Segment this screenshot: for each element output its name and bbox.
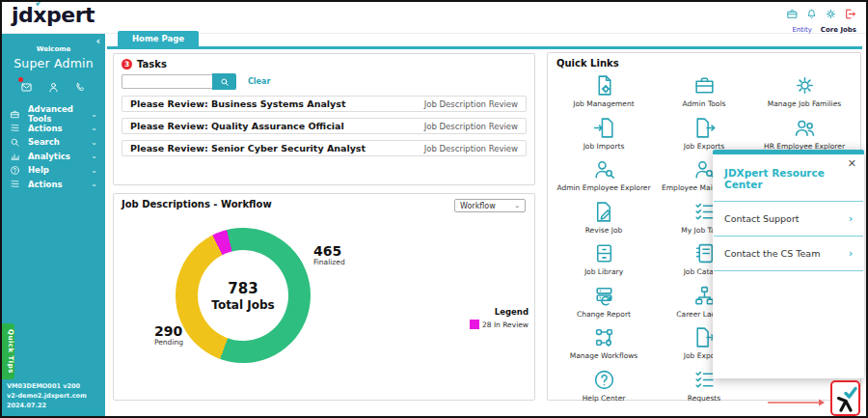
server-refresh-icon xyxy=(592,284,616,308)
chevron-down-icon: ⌄ xyxy=(514,202,520,209)
list-icon xyxy=(10,123,20,133)
help-circle-icon xyxy=(592,368,616,392)
messages-envelope-icon[interactable] xyxy=(20,79,33,92)
jdxpert-mascot-icon xyxy=(834,385,857,412)
quicklink-job-management[interactable]: Job Management xyxy=(554,71,654,114)
unread-dot xyxy=(18,77,23,82)
tasks-count-badge: 3 xyxy=(122,59,132,70)
help-circle-icon xyxy=(10,165,20,176)
entity-briefcase-icon[interactable] xyxy=(786,6,799,24)
task-title: Please Review: Senior Cyber Security Ana… xyxy=(130,143,366,153)
quicklink-admin-tools[interactable]: Admin Tools xyxy=(654,71,754,114)
sidebar-item-help[interactable]: Help⌄ xyxy=(2,163,105,178)
tab-home-page[interactable]: Home Page xyxy=(118,31,199,46)
entity-link[interactable]: Entity xyxy=(792,26,811,34)
quick-links-title: Quick Links xyxy=(554,58,854,69)
sidebar-collapse-chevron-icon[interactable]: ‹ xyxy=(95,35,100,47)
resource-center-title: JDXpert Resource Center xyxy=(713,154,864,201)
menu-label: Search xyxy=(28,137,83,147)
quicklink-admin-employee-explorer[interactable]: Admin Employee Explorer xyxy=(554,155,654,198)
chevron-down-icon: ⌄ xyxy=(91,110,97,119)
tasks-panel: 3 Tasks Clear Please Review: Business Sy… xyxy=(113,53,535,185)
briefcase-icon xyxy=(10,109,20,120)
logout-icon[interactable] xyxy=(844,6,856,24)
chevron-down-icon: ⌄ xyxy=(91,180,97,188)
search-icon xyxy=(220,77,230,87)
tasks-clear-link[interactable]: Clear xyxy=(248,77,270,86)
quicklink-help-center[interactable]: Help Center xyxy=(554,366,654,408)
chevron-down-icon: ⌄ xyxy=(91,138,97,147)
pending-callout: 290 Pending xyxy=(154,324,183,347)
tasks-title: Tasks xyxy=(137,59,167,70)
chevron-down-icon: ⌄ xyxy=(91,152,97,160)
menu-label: Actions xyxy=(28,180,83,189)
person-search-icon xyxy=(592,157,616,181)
contact-cs-team-item[interactable]: Contact the CS Team › xyxy=(713,237,864,270)
core-jobs-link[interactable]: Core Jobs xyxy=(821,26,856,34)
list-icon xyxy=(10,179,20,189)
workflow-dropdown[interactable]: Workflow ⌄ xyxy=(454,199,526,212)
job-descriptions-workflow-panel: Job Descriptions - Workflow Workflow ⌄ 7… xyxy=(113,193,535,401)
contact-cs-team-label: Contact the CS Team xyxy=(724,248,820,259)
resource-center-panel: ✕ JDXpert Resource Center Contact Suppor… xyxy=(713,150,864,378)
chevron-right-icon: › xyxy=(849,248,853,259)
welcome-label: Welcome xyxy=(2,45,105,53)
tasks-search-input[interactable] xyxy=(122,74,212,89)
red-pointer-arrow xyxy=(767,397,827,408)
bar-chart-icon xyxy=(10,151,20,161)
quick-tips-tab[interactable]: Quick Tips xyxy=(2,323,14,379)
top-bar: jdx✓pert Entity Core Jobs xyxy=(2,2,866,34)
contact-support-item[interactable]: Contact Support › xyxy=(713,202,864,236)
document-export-icon xyxy=(692,116,717,140)
sidebar-menu: Advanced Tools⌄ Actions⌄ Search⌄ Analyti… xyxy=(2,107,105,191)
chevron-right-icon: › xyxy=(849,213,853,224)
version-info: VM03DEMO001 v200 v2-demo2.jdxpert.com 20… xyxy=(7,381,87,410)
menu-label: Analytics xyxy=(28,152,83,161)
quicklink-change-report[interactable]: Change Report xyxy=(554,282,654,324)
tab-strip xyxy=(107,46,862,49)
sidebar-item-actions[interactable]: Actions⌄ xyxy=(2,122,105,136)
document-import-icon xyxy=(592,116,616,140)
legend-swatch-in-review xyxy=(470,320,479,329)
search-icon xyxy=(10,137,20,148)
profile-person-icon[interactable] xyxy=(47,79,60,92)
task-row[interactable]: Please Review: Business Systems Analyst … xyxy=(122,96,527,112)
people-icon xyxy=(793,116,817,140)
task-row[interactable]: Please Review: Quality Assurance Officia… xyxy=(122,118,527,134)
donut-total-value: 783 xyxy=(228,280,258,297)
quicklink-job-library[interactable]: Job Library xyxy=(554,239,654,282)
sidebar: ‹ Welcome Super Admin Advanced Tools⌄ Ac… xyxy=(2,34,105,416)
sidebar-item-search[interactable]: Search⌄ xyxy=(2,135,105,150)
contact-phone-icon[interactable] xyxy=(74,79,87,92)
donut-chart: 783 Total Jobs xyxy=(176,228,311,363)
quicklink-manage-job-families[interactable]: Manage Job Families xyxy=(754,71,854,114)
quicklink-manage-workflows[interactable]: Manage Workflows xyxy=(554,323,654,366)
gear-icon xyxy=(793,73,817,98)
cabinet-icon xyxy=(592,241,616,265)
task-type: Job Description Review xyxy=(424,122,518,131)
quicklink-revise-job[interactable]: Revise Job xyxy=(554,198,654,240)
sidebar-item-advanced-tools[interactable]: Advanced Tools⌄ xyxy=(2,107,105,122)
jdxpert-assistant-button[interactable] xyxy=(830,380,860,416)
sidebar-item-analytics[interactable]: Analytics⌄ xyxy=(2,150,105,164)
close-icon[interactable]: ✕ xyxy=(848,158,856,169)
legend-title: Legend xyxy=(453,307,529,317)
donut-total-label: Total Jobs xyxy=(211,298,274,312)
settings-gear-icon[interactable] xyxy=(825,6,837,24)
workflow-dropdown-value: Workflow xyxy=(460,202,496,210)
chevron-down-icon: ⌄ xyxy=(91,166,97,175)
quicklink-job-imports[interactable]: Job Imports xyxy=(554,114,654,156)
notifications-bell-icon[interactable] xyxy=(805,6,818,24)
tasks-search-button[interactable] xyxy=(212,73,236,90)
jdxpert-logo: jdx✓pert xyxy=(12,3,95,27)
finalized-callout: 465 Finalized xyxy=(313,244,345,266)
logo-check-icon: ✓ xyxy=(34,0,44,10)
briefcase-icon xyxy=(692,73,717,98)
workflow-gear-icon xyxy=(592,325,616,349)
menu-label: Actions xyxy=(28,124,83,133)
chart-legend: Legend 28 In Review xyxy=(453,307,529,329)
donut-center: 783 Total Jobs xyxy=(198,250,288,341)
task-row[interactable]: Please Review: Senior Cyber Security Ana… xyxy=(122,140,527,156)
sidebar-item-actions-2[interactable]: Actions⌄ xyxy=(2,178,105,192)
menu-label: Advanced Tools xyxy=(28,104,83,124)
